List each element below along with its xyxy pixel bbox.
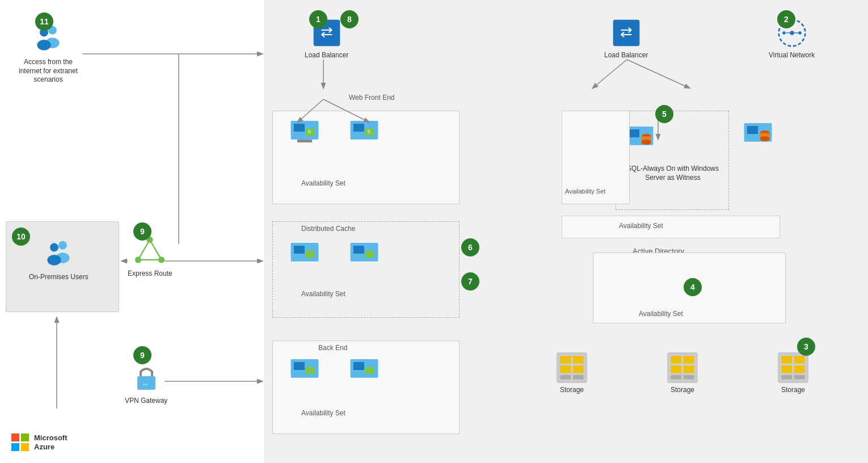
svg-rect-39	[353, 124, 364, 132]
express-route-label: Express Route	[128, 270, 172, 279]
on-prem-label: On-Premises Users	[29, 273, 89, 282]
avail-set-ad-label: Availability Set	[639, 310, 683, 318]
svg-rect-81	[747, 126, 758, 134]
svg-line-26	[627, 60, 689, 88]
svg-rect-45	[306, 251, 315, 258]
svg-rect-117	[794, 365, 805, 373]
express-route-icon: Express Route	[128, 235, 172, 279]
sq-yellow	[21, 443, 29, 451]
vm-web-1: S S	[290, 117, 319, 146]
svg-line-12	[150, 239, 162, 259]
svg-rect-102	[560, 365, 571, 373]
load-balancer-2: ⇄ Load Balancer	[604, 17, 648, 60]
circle-9a: 9	[133, 222, 151, 241]
svg-rect-111	[671, 375, 681, 379]
on-prem-users-icon: On-Premises Users	[29, 239, 89, 282]
vm-cache-1	[290, 239, 319, 268]
svg-rect-101	[573, 356, 584, 363]
storage-3-label: Storage	[781, 386, 805, 395]
avail-set-1-label: Availability Set	[301, 179, 345, 187]
svg-rect-57	[365, 367, 374, 374]
circle-6: 6	[461, 238, 479, 256]
svg-point-6	[50, 243, 58, 251]
svg-rect-49	[365, 251, 374, 258]
azure-logo: Microsoft Azure	[11, 433, 68, 452]
svg-rect-112	[684, 375, 694, 379]
back-end-label: Back End	[318, 344, 347, 352]
sq-green	[21, 433, 29, 441]
circle-1: 1	[309, 10, 327, 28]
avail-set-4-label: Availability Set	[565, 188, 605, 195]
svg-rect-107	[671, 356, 681, 363]
svg-text:⇄: ⇄	[620, 23, 633, 40]
circle-11: 11	[35, 12, 53, 31]
storage-2-label: Storage	[671, 386, 694, 395]
vpn-gateway-icon: ↔ VPN Gateway	[125, 360, 167, 406]
internet-access-icon: Access from the internet for extranet sc…	[17, 24, 79, 85]
vm-backend-2	[349, 355, 379, 385]
svg-rect-109	[671, 365, 681, 373]
storage-1: Storage	[556, 352, 588, 395]
web-front-end-label: Web Front End	[349, 94, 394, 102]
svg-rect-48	[353, 246, 364, 254]
azure-squares	[11, 433, 30, 452]
svg-rect-33	[294, 124, 305, 132]
backend-box: Back End Availability Set	[272, 340, 460, 434]
vm-sql-2	[743, 119, 773, 149]
svg-rect-100	[560, 356, 571, 363]
vpn-gateway-label: VPN Gateway	[125, 397, 167, 406]
storage-2: Storage	[667, 352, 698, 395]
avail-set-sql-label: Availability Set	[619, 222, 663, 230]
diagram-area: 1 8 ⇄ Load Balancer Web Front End S	[264, 0, 868, 463]
sql-avail-box: Availability Set	[562, 216, 780, 238]
sq-red	[11, 433, 19, 441]
svg-point-84	[760, 136, 769, 141]
internet-access-label: Access from the internet for extranet sc…	[17, 58, 79, 85]
svg-rect-108	[684, 356, 694, 363]
svg-rect-114	[781, 356, 792, 363]
distributed-cache-label: Distributed Cache	[301, 225, 355, 233]
sql-alwayson-box: SQL-Always On with Windows Server as Wit…	[616, 111, 729, 210]
svg-rect-104	[560, 375, 571, 379]
svg-point-78	[641, 140, 651, 145]
avail-set-2-label: Availability Set	[301, 290, 345, 298]
sq-blue	[11, 443, 19, 451]
circle-3: 3	[797, 338, 815, 356]
svg-rect-116	[781, 365, 792, 373]
svg-line-11	[138, 239, 150, 259]
svg-rect-44	[294, 246, 305, 254]
storage-1-label: Storage	[560, 386, 584, 395]
circle-9b: 9	[133, 346, 151, 364]
sql-alwayson-label: SQL-Always On with Windows Server as Wit…	[619, 165, 727, 182]
svg-point-62	[782, 31, 786, 35]
vm-backend-1	[290, 355, 319, 385]
svg-text:S: S	[367, 129, 370, 134]
svg-rect-103	[573, 365, 584, 373]
virtual-network-label: Virtual Network	[769, 51, 815, 60]
svg-point-7	[48, 255, 61, 266]
distributed-cache-box: Distributed Cache Availability Set	[272, 221, 460, 318]
vm-web-2: S	[349, 117, 379, 146]
svg-rect-31	[297, 140, 312, 142]
avail-set-3-label: Availability Set	[301, 409, 345, 417]
svg-rect-75	[629, 129, 639, 137]
storage-3: Storage	[777, 352, 809, 395]
svg-rect-119	[794, 375, 805, 379]
circle-4: 4	[684, 278, 702, 296]
circle-5: 5	[655, 105, 673, 123]
avail-set-4-box: Availability Set	[562, 111, 630, 204]
svg-rect-118	[781, 375, 792, 379]
circle-2: 2	[777, 10, 795, 28]
svg-rect-115	[794, 356, 805, 363]
svg-text:↔: ↔	[142, 380, 149, 388]
svg-point-61	[790, 31, 794, 35]
load-balancer-1-label: Load Balancer	[305, 51, 348, 60]
svg-rect-53	[306, 367, 315, 374]
svg-point-3	[37, 40, 50, 50]
left-panel: 11 Access from the internet for extranet…	[0, 0, 264, 463]
main-container: 11 Access from the internet for extranet…	[0, 0, 868, 463]
svg-point-4	[58, 241, 67, 250]
svg-point-63	[798, 31, 802, 35]
svg-rect-105	[573, 375, 584, 379]
load-balancer-2-label: Load Balancer	[604, 51, 648, 60]
